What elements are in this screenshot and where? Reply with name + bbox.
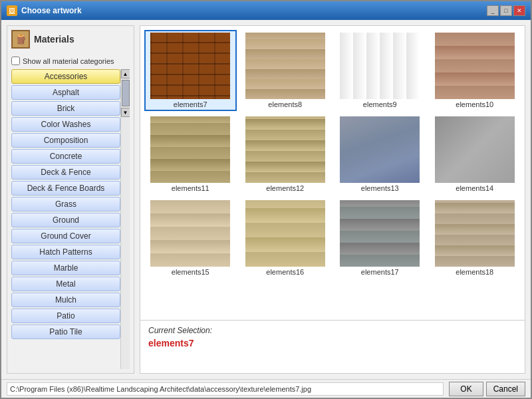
- selection-value: elements7: [148, 338, 517, 348]
- sidebar-item-metal[interactable]: Metal: [11, 277, 120, 291]
- scroll-down-button[interactable]: ▼: [121, 108, 130, 117]
- thumb-label-elements16: elements16: [266, 268, 304, 276]
- minimize-button[interactable]: _: [487, 5, 499, 16]
- grid-item-elements10[interactable]: elements10: [429, 30, 521, 111]
- main-area: elements7elements8elements9elements10ele…: [140, 25, 525, 374]
- window-icon: 🖼: [7, 5, 17, 16]
- thumb-image-elements11: [150, 116, 230, 183]
- title-buttons: _ □ ✕: [487, 5, 525, 16]
- cancel-button[interactable]: Cancel: [486, 382, 525, 396]
- category-list: AccessoriesAsphaltBrickColor WashesCompo…: [11, 69, 120, 369]
- ok-button[interactable]: OK: [449, 382, 483, 396]
- sidebar-scrollbar[interactable]: ▲ ▼: [120, 69, 130, 369]
- close-button[interactable]: ✕: [513, 5, 525, 16]
- grid-item-elements12[interactable]: elements12: [239, 114, 332, 195]
- thumb-image-elements15: [150, 200, 230, 267]
- sidebar-item-patio[interactable]: Patio: [11, 309, 120, 323]
- thumb-label-elements10: elements10: [456, 100, 493, 108]
- sidebar-item-composition[interactable]: Composition: [11, 133, 120, 148]
- sidebar: 🪵 Materials Show all material categories…: [7, 25, 134, 374]
- thumb-label-elements9: elements9: [363, 100, 397, 108]
- sidebar-item-ground-cover[interactable]: Ground Cover: [11, 229, 120, 243]
- thumb-image-elements16: [245, 200, 325, 267]
- category-list-wrapper: AccessoriesAsphaltBrickColor WashesCompo…: [11, 69, 120, 369]
- thumb-image-elements14: [435, 116, 515, 183]
- scroll-up-button[interactable]: ▲: [121, 69, 130, 78]
- status-bar: C:\Program Files (x86)\Realtime Landscap…: [1, 379, 531, 398]
- grid-item-elements16[interactable]: elements16: [239, 198, 332, 279]
- thumb-image-elements18: [435, 200, 515, 267]
- grid-item-elements17[interactable]: elements17: [334, 198, 426, 279]
- grid-item-elements13[interactable]: elements13: [334, 114, 426, 195]
- grid-item-elements8[interactable]: elements8: [239, 30, 332, 111]
- selection-label: Current Selection:: [148, 326, 517, 335]
- sidebar-item-color-washes[interactable]: Color Washes: [11, 117, 120, 132]
- status-path: C:\Program Files (x86)\Realtime Landscap…: [7, 382, 444, 396]
- grid-item-elements14[interactable]: elements14: [429, 114, 521, 195]
- thumb-image-elements8: [245, 33, 325, 99]
- selection-panel: Current Selection: elements7: [140, 320, 525, 373]
- thumb-label-elements8: elements8: [268, 100, 302, 108]
- thumb-image-elements7: [150, 33, 230, 99]
- thumb-label-elements13: elements13: [361, 184, 399, 192]
- title-bar-left: 🖼 Choose artwork: [7, 5, 82, 16]
- main-content: 🪵 Materials Show all material categories…: [1, 20, 531, 379]
- sidebar-title: Materials: [34, 34, 74, 45]
- scroll-thumb[interactable]: [122, 80, 130, 106]
- sidebar-item-asphalt[interactable]: Asphalt: [11, 85, 120, 100]
- thumb-label-elements14: elements14: [456, 184, 493, 192]
- sidebar-item-brick[interactable]: Brick: [11, 101, 120, 116]
- sidebar-item-grass[interactable]: Grass: [11, 197, 120, 211]
- sidebar-item-mulch[interactable]: Mulch: [11, 293, 120, 307]
- grid-item-elements15[interactable]: elements15: [144, 198, 237, 279]
- sidebar-header: 🪵 Materials: [11, 30, 130, 51]
- thumb-image-elements10: [435, 33, 515, 99]
- title-bar: 🖼 Choose artwork _ □ ✕: [1, 1, 531, 20]
- grid-item-elements11[interactable]: elements11: [144, 114, 237, 195]
- sidebar-item-concrete[interactable]: Concrete: [11, 149, 120, 164]
- status-buttons: OK Cancel: [449, 382, 525, 396]
- choose-artwork-window: 🖼 Choose artwork _ □ ✕ 🪵 Materials Show …: [0, 0, 532, 399]
- sidebar-item-ground[interactable]: Ground: [11, 213, 120, 227]
- thumb-label-elements11: elements11: [172, 184, 209, 192]
- show-all-row: Show all material categories: [11, 57, 130, 65]
- sidebar-item-deck-fence-boards[interactable]: Deck & Fence Boards: [11, 181, 120, 196]
- maximize-button[interactable]: □: [500, 5, 512, 16]
- grid-item-elements7[interactable]: elements7: [144, 30, 237, 111]
- grid-item-elements18[interactable]: elements18: [429, 198, 521, 279]
- materials-icon: 🪵: [11, 30, 30, 49]
- show-all-checkbox[interactable]: [11, 57, 20, 65]
- sidebar-item-accessories[interactable]: Accessories: [11, 69, 120, 84]
- thumb-label-elements7: elements7: [174, 100, 207, 108]
- sidebar-item-hatch-patterns[interactable]: Hatch Patterns: [11, 245, 120, 259]
- sidebar-item-deck-fence[interactable]: Deck & Fence: [11, 165, 120, 180]
- thumb-label-elements15: elements15: [172, 268, 209, 276]
- thumb-label-elements17: elements17: [361, 268, 399, 276]
- sidebar-scroll-container: AccessoriesAsphaltBrickColor WashesCompo…: [11, 69, 130, 369]
- grid-area: elements7elements8elements9elements10ele…: [140, 26, 525, 320]
- show-all-label: Show all material categories: [23, 57, 114, 65]
- window-title: Choose artwork: [21, 6, 82, 15]
- thumb-image-elements12: [245, 116, 325, 183]
- thumb-image-elements13: [340, 116, 420, 183]
- grid-item-elements9[interactable]: elements9: [334, 30, 426, 111]
- thumb-image-elements17: [340, 200, 420, 267]
- thumb-label-elements18: elements18: [456, 268, 493, 276]
- thumb-image-elements9: [340, 33, 420, 99]
- sidebar-item-marble[interactable]: Marble: [11, 261, 120, 275]
- thumb-label-elements12: elements12: [266, 184, 304, 192]
- sidebar-item-patio-tile[interactable]: Patio Tile: [11, 325, 120, 339]
